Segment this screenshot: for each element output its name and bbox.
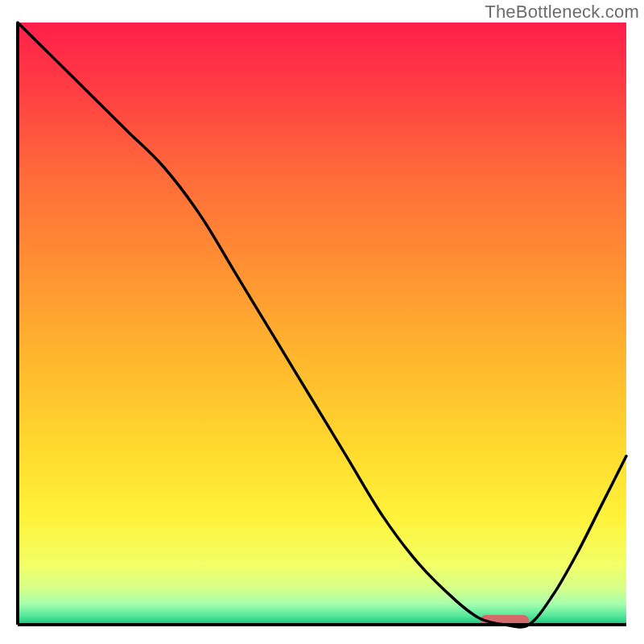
chart-container: TheBottleneck.com xyxy=(0,0,644,644)
bottleneck-chart xyxy=(0,0,644,644)
watermark-label: TheBottleneck.com xyxy=(485,2,639,23)
